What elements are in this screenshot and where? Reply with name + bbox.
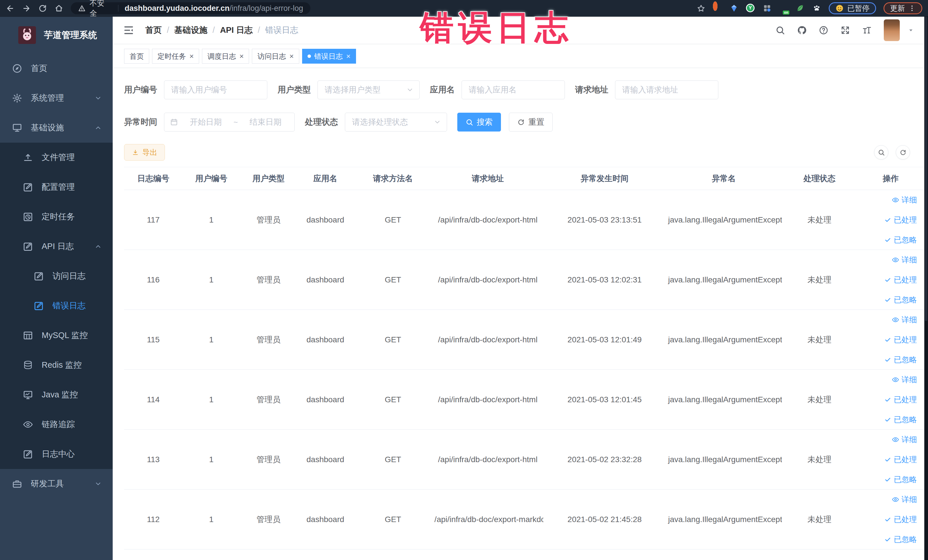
check-icon xyxy=(884,336,891,343)
action-link-0[interactable]: 详细 xyxy=(892,255,917,265)
sidebar-item-3[interactable]: 文件管理 xyxy=(0,143,113,172)
action-link-1[interactable]: 已处理 xyxy=(884,395,917,405)
search-icon[interactable] xyxy=(775,25,785,35)
tab-close-icon[interactable]: × xyxy=(240,52,244,60)
user-avatar[interactable] xyxy=(884,20,900,41)
refresh-table-button[interactable] xyxy=(896,145,910,159)
toggle-search-button[interactable] xyxy=(874,145,888,159)
extension-grid-icon[interactable] xyxy=(763,4,772,13)
scrollbar-thumb[interactable] xyxy=(925,17,927,321)
breadcrumb-item-0[interactable]: 首页 xyxy=(145,24,162,36)
help-icon[interactable] xyxy=(819,25,829,35)
action-link-1[interactable]: 已处理 xyxy=(884,275,917,285)
sidebar-item-4[interactable]: 配置管理 xyxy=(0,172,113,202)
action-link-1[interactable]: 已处理 xyxy=(884,455,917,465)
user-type-select[interactable]: 请选择用户类型 xyxy=(317,81,420,99)
sidebar-collapse-icon[interactable] xyxy=(123,24,134,36)
action-link-1[interactable]: 已处理 xyxy=(884,335,917,345)
sidebar-item-10[interactable]: Redis 监控 xyxy=(0,350,113,380)
cell-exception: java.lang.IllegalArgumentException xyxy=(666,430,782,490)
cell-status: 未处理 xyxy=(782,430,857,490)
action-link-2[interactable]: 已忽略 xyxy=(884,415,917,425)
action-link-0[interactable]: 详细 xyxy=(892,315,917,325)
cell-id: 116 xyxy=(124,250,183,310)
sidebar-item-13[interactable]: 日志中心 xyxy=(0,439,113,469)
sidebar-item-9[interactable]: MySQL 监控 xyxy=(0,320,113,350)
cell-user_id: 1 xyxy=(183,430,240,490)
tab-2[interactable]: 调度日志× xyxy=(202,49,249,64)
tab-4[interactable]: 错误日志× xyxy=(302,49,356,64)
extension-leaf-icon[interactable] xyxy=(796,4,805,13)
tab-1[interactable]: 定时任务× xyxy=(152,49,199,64)
tab-close-icon[interactable]: × xyxy=(289,52,293,60)
log-icon xyxy=(34,271,44,281)
sidebar-item-0[interactable]: 首页 xyxy=(0,53,113,83)
main-area: 首页/基础设施/API 日志/错误日志 首页定时任务×调度日志×访问日志×错误日… xyxy=(113,17,924,560)
app-name-input[interactable] xyxy=(462,81,565,99)
user-id-input[interactable] xyxy=(164,81,267,99)
tab-label: 错误日志 xyxy=(314,52,343,61)
sidebar-item-2[interactable]: 基础设施 xyxy=(0,113,113,143)
sidebar-item-7[interactable]: 访问日志 xyxy=(0,261,113,291)
action-link-2[interactable]: 已忽略 xyxy=(884,235,917,245)
sidebar-item-8[interactable]: 错误日志 xyxy=(0,291,113,320)
action-link-0[interactable]: 详细 xyxy=(892,195,917,205)
back-icon[interactable] xyxy=(6,4,15,13)
page-scrollbar[interactable] xyxy=(924,17,928,560)
action-link-0[interactable]: 详细 xyxy=(892,435,917,445)
cell-exception: java.lang.IllegalArgumentException xyxy=(666,490,782,549)
exception-time-range-picker[interactable]: 开始日期 ~ 结束日期 xyxy=(164,113,295,131)
action-link-2[interactable]: 已忽略 xyxy=(884,355,917,365)
app-logo[interactable]: 芋道管理系统 xyxy=(0,17,113,53)
extension-shield-icon[interactable] xyxy=(730,4,739,13)
sidebar-item-1[interactable]: 系统管理 xyxy=(0,83,113,113)
cell-exception: java.lang.IllegalArgumentException xyxy=(666,190,782,250)
chevron-up-icon xyxy=(95,243,102,250)
home-icon[interactable] xyxy=(55,4,63,13)
extension-green-icon[interactable]: Y xyxy=(746,4,755,13)
search-icon xyxy=(466,118,473,126)
sidebar-item-12[interactable]: 链路追踪 xyxy=(0,410,113,439)
sidebar-item-5[interactable]: 定时任务 xyxy=(0,202,113,232)
eye-icon xyxy=(892,436,899,443)
action-link-0[interactable]: 详细 xyxy=(892,375,917,385)
export-button[interactable]: 导出 xyxy=(124,144,165,160)
fullscreen-icon[interactable] xyxy=(840,25,850,35)
browser-update-menu[interactable]: 更新 xyxy=(884,2,922,14)
action-link-1[interactable]: 已处理 xyxy=(884,514,917,525)
reload-icon[interactable] xyxy=(38,4,47,13)
extension-switch-icon[interactable] xyxy=(779,4,788,13)
tab-close-icon[interactable]: × xyxy=(346,52,351,60)
sidebar-item-11[interactable]: Java 监控 xyxy=(0,380,113,410)
cell-user_type: 管理员 xyxy=(240,430,297,490)
breadcrumb-item-2[interactable]: API 日志 xyxy=(220,24,252,36)
avatar-caret-down-icon[interactable] xyxy=(908,27,914,34)
action-link-0[interactable]: 详细 xyxy=(892,494,917,505)
reset-button[interactable]: 重置 xyxy=(509,113,553,131)
request-url-input[interactable] xyxy=(615,81,718,99)
sidebar-item-6[interactable]: API 日志 xyxy=(0,232,113,261)
action-link-1[interactable]: 已处理 xyxy=(884,215,917,225)
cell-id: 115 xyxy=(124,310,183,370)
tab-0[interactable]: 首页 xyxy=(124,49,149,64)
bookmark-star-icon[interactable] xyxy=(697,4,705,13)
address-bar[interactable]: 不安全 dashboard.yudao.iocoder.cn/infra/log… xyxy=(71,2,310,14)
action-link-2[interactable]: 已忽略 xyxy=(884,295,917,305)
forward-icon[interactable] xyxy=(22,4,31,13)
extension-orange-icon[interactable] xyxy=(713,4,722,13)
process-status-select[interactable]: 请选择处理状态 xyxy=(345,113,447,131)
column-header-9: 操作 xyxy=(857,167,924,190)
github-icon[interactable] xyxy=(797,25,807,35)
eye-icon xyxy=(892,196,899,204)
tab-3[interactable]: 访问日志× xyxy=(252,49,299,64)
action-link-2[interactable]: 已忽略 xyxy=(884,534,917,545)
tab-close-icon[interactable]: × xyxy=(189,52,194,60)
breadcrumb-item-1[interactable]: 基础设施 xyxy=(174,24,208,36)
cell-user_id: 1 xyxy=(183,190,240,250)
sidebar-item-14[interactable]: 研发工具 xyxy=(0,469,113,499)
font-size-icon[interactable] xyxy=(862,25,872,35)
extension-paw-icon[interactable] xyxy=(812,4,821,13)
search-button[interactable]: 搜索 xyxy=(457,113,501,131)
paused-extension-badge[interactable]: 已暂停 xyxy=(829,2,876,14)
action-link-2[interactable]: 已忽略 xyxy=(884,475,917,485)
